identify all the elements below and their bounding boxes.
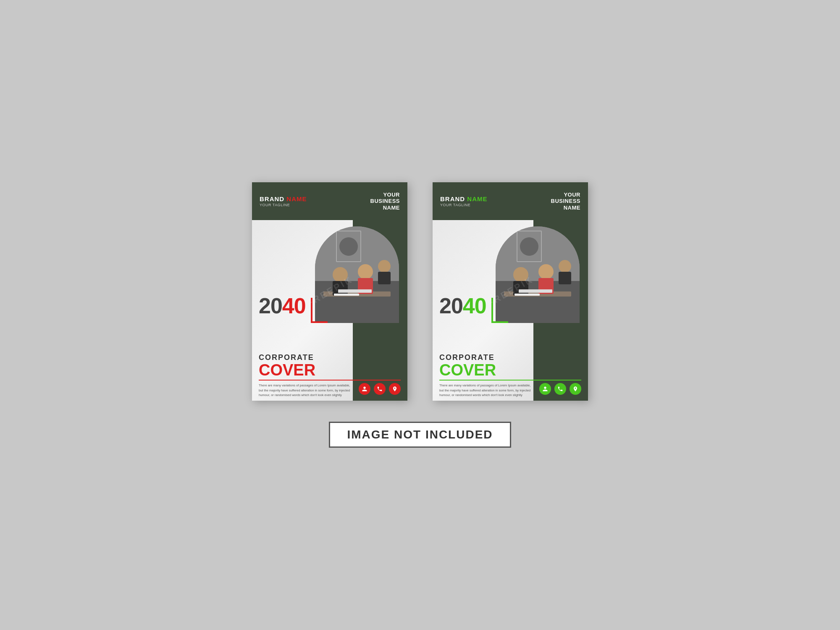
svg-rect-27 bbox=[514, 294, 540, 296]
brand-part1-red: BRAND bbox=[260, 195, 286, 202]
phone-icon-red[interactable] bbox=[374, 383, 386, 395]
svg-rect-15 bbox=[496, 281, 580, 323]
year-part2-red: 40 bbox=[282, 294, 306, 318]
brand-part2-green: NAME bbox=[467, 195, 487, 202]
corporate-label-green: CORPORATE bbox=[439, 353, 581, 362]
phone-icon-green[interactable] bbox=[554, 383, 566, 395]
tagline-green: YOUR TAGLINE bbox=[440, 203, 488, 207]
location-icon-green[interactable] bbox=[570, 383, 581, 395]
svg-rect-26 bbox=[519, 289, 552, 293]
cover-body-green: 2040 CORPORATE COVER There are many vari… bbox=[433, 220, 588, 401]
contact-icons-green bbox=[539, 383, 581, 395]
cover-header-red: BRAND NAME YOUR TAGLINE YOUR BUSINESS NA… bbox=[252, 182, 407, 220]
image-area-green bbox=[496, 226, 580, 323]
svg-point-5 bbox=[358, 264, 373, 279]
image-not-included-text: IMAGE NOT INCLUDED bbox=[347, 428, 493, 441]
biz-line2-red: BUSINESS bbox=[370, 198, 400, 205]
biz-line3-green: NAME bbox=[551, 205, 580, 211]
cover-label-red: COVER bbox=[259, 362, 401, 378]
image-area-red bbox=[315, 226, 399, 323]
cover-label-green: COVER bbox=[439, 362, 581, 378]
svg-point-3 bbox=[333, 267, 348, 282]
l-bracket-green bbox=[491, 298, 508, 323]
book-cover-green: FREEPIK BRAND NAME YOUR TAGLINE YOUR BUS… bbox=[433, 182, 588, 401]
image-not-included-banner: IMAGE NOT INCLUDED bbox=[329, 422, 511, 448]
book-cover-red: FREEPIK BRAND NAME YOUR TAGLINE YOUR BUS… bbox=[252, 182, 407, 401]
business-name-green: YOUR BUSINESS NAME bbox=[551, 192, 580, 211]
body-text-green: There are many variations of passages of… bbox=[439, 383, 532, 397]
svg-rect-12 bbox=[338, 289, 372, 293]
person-icon-green[interactable] bbox=[539, 383, 551, 395]
covers-row: FREEPIK BRAND NAME YOUR TAGLINE YOUR BUS… bbox=[252, 182, 588, 401]
body-text-red: There are many variations of passages of… bbox=[259, 383, 351, 397]
svg-point-19 bbox=[538, 264, 554, 279]
svg-point-17 bbox=[513, 267, 528, 282]
divider-green bbox=[439, 380, 581, 381]
cover-header-green: BRAND NAME YOUR TAGLINE YOUR BUSINESS NA… bbox=[433, 182, 588, 220]
photo-mock-green bbox=[496, 226, 580, 323]
svg-point-21 bbox=[559, 260, 571, 273]
year-part1-green: 20 bbox=[439, 294, 463, 318]
brand-name-green: BRAND NAME bbox=[440, 195, 488, 203]
cover-body-red: 2040 CORPORATE COVER There are many vari… bbox=[252, 220, 407, 401]
svg-rect-13 bbox=[334, 294, 359, 296]
svg-rect-22 bbox=[559, 272, 571, 284]
svg-rect-1 bbox=[315, 281, 399, 323]
brand-part1-green: BRAND bbox=[440, 195, 467, 202]
location-icon-red[interactable] bbox=[389, 383, 401, 395]
biz-line3-red: NAME bbox=[370, 205, 400, 211]
brand-name-red: BRAND NAME bbox=[260, 195, 307, 203]
year-part2-green: 40 bbox=[463, 294, 486, 318]
svg-rect-8 bbox=[378, 272, 391, 284]
svg-rect-4 bbox=[333, 281, 348, 296]
person-icon-red[interactable] bbox=[359, 383, 370, 395]
business-name-red: YOUR BUSINESS NAME bbox=[370, 192, 400, 211]
svg-point-25 bbox=[520, 237, 538, 256]
svg-point-11 bbox=[339, 237, 358, 256]
biz-line1-green: YOUR bbox=[551, 192, 580, 198]
photo-mock-red bbox=[315, 226, 399, 323]
svg-point-7 bbox=[378, 260, 391, 273]
contact-icons-red bbox=[359, 383, 401, 395]
year-part1-red: 20 bbox=[259, 294, 282, 318]
corporate-label-red: CORPORATE bbox=[259, 353, 401, 362]
year-text-green: 2040 bbox=[439, 295, 486, 317]
tagline-red: YOUR TAGLINE bbox=[260, 203, 307, 207]
svg-rect-18 bbox=[513, 281, 528, 296]
divider-red bbox=[259, 380, 401, 381]
biz-line1-red: YOUR bbox=[370, 192, 400, 198]
biz-line2-green: BUSINESS bbox=[551, 198, 580, 205]
l-bracket-red bbox=[311, 298, 328, 323]
brand-block-green: BRAND NAME YOUR TAGLINE bbox=[440, 195, 488, 207]
year-text-red: 2040 bbox=[259, 295, 306, 317]
brand-block-red: BRAND NAME YOUR TAGLINE bbox=[260, 195, 307, 207]
brand-part2-red: NAME bbox=[286, 195, 307, 202]
